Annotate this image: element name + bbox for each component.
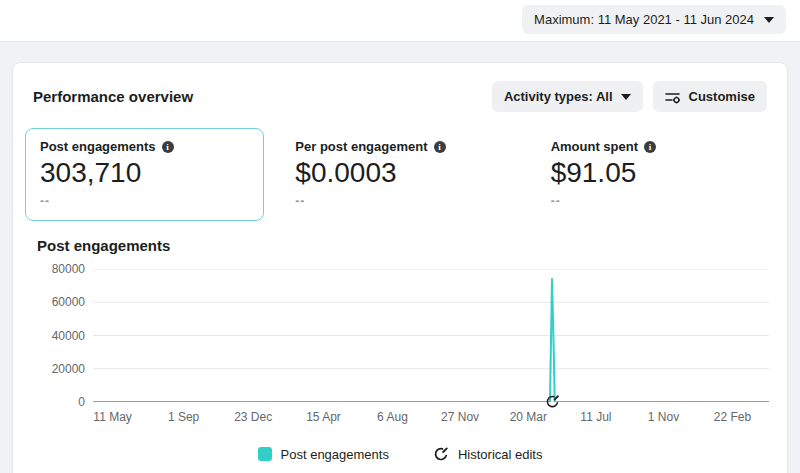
- engagement-chart: 020000400006000080000 11 May1 Sep23 Dec1…: [37, 264, 763, 434]
- date-range-label: Maximum: 11 May 2021 - 11 Jun 2024: [534, 12, 754, 27]
- top-bar: Maximum: 11 May 2021 - 11 Jun 2024: [0, 0, 800, 42]
- x-axis-tick-label: 11 Jul: [580, 410, 611, 424]
- historical-edit-marker-icon[interactable]: [545, 394, 560, 409]
- legend-label: Historical edits: [458, 447, 543, 462]
- activity-types-label: Activity types: All: [504, 89, 613, 104]
- historical-edits-icon: [433, 446, 449, 462]
- metric-value: $91.05: [551, 157, 760, 189]
- performance-overview-card: Performance overview Activity types: All: [12, 62, 788, 473]
- x-axis-tick-label: 11 May: [93, 410, 131, 424]
- customise-button[interactable]: Customise: [653, 81, 767, 112]
- post-engagements-swatch: [258, 447, 272, 461]
- chart-section-title: Post engagements: [13, 221, 787, 260]
- x-axis-tick-label: 15 Apr: [306, 410, 341, 424]
- y-axis-tick-label: 0: [37, 395, 85, 409]
- date-range-dropdown[interactable]: Maximum: 11 May 2021 - 11 Jun 2024: [522, 5, 786, 34]
- metric-sub-value: --: [295, 194, 504, 208]
- info-icon[interactable]: i: [162, 141, 174, 153]
- y-axis-tick-label: 60000: [37, 295, 85, 309]
- legend-item-post-engagements: Post engagements: [258, 447, 389, 462]
- card-header: Performance overview Activity types: All: [13, 63, 787, 124]
- x-axis-tick-label: 23 Dec: [234, 410, 272, 424]
- metric-per-post-engagement[interactable]: Per post engagement i $0.0003 --: [280, 128, 519, 221]
- chevron-down-icon: [764, 17, 774, 23]
- metric-post-engagements[interactable]: Post engagements i 303,710 --: [25, 128, 264, 221]
- info-icon[interactable]: i: [434, 141, 446, 153]
- header-actions: Activity types: All Customise: [492, 81, 767, 112]
- metric-value: $0.0003: [295, 157, 504, 189]
- activity-types-dropdown[interactable]: Activity types: All: [492, 81, 643, 112]
- metric-label: Per post engagement: [295, 139, 427, 154]
- legend-item-historical-edits: Historical edits: [433, 446, 543, 462]
- metric-label: Post engagements: [40, 139, 156, 154]
- metric-sub-value: --: [40, 194, 249, 208]
- x-axis-tick-label: 27 Nov: [441, 410, 479, 424]
- x-axis-tick-label: 1 Nov: [648, 410, 679, 424]
- y-axis-tick-label: 80000: [37, 262, 85, 276]
- customise-label: Customise: [689, 89, 755, 104]
- page-title: Performance overview: [33, 88, 193, 105]
- metric-sub-value: --: [551, 194, 760, 208]
- chevron-down-icon: [621, 94, 631, 100]
- customise-icon: [665, 90, 681, 104]
- x-axis-tick-label: 22 Feb: [714, 410, 751, 424]
- y-axis-tick-label: 20000: [37, 362, 85, 376]
- metric-value: 303,710: [40, 157, 249, 189]
- x-axis-tick-label: 6 Aug: [377, 410, 408, 424]
- metric-amount-spent[interactable]: Amount spent i $91.05 --: [536, 128, 775, 221]
- metric-label: Amount spent: [551, 139, 638, 154]
- engagement-chart-svg: [93, 269, 769, 402]
- y-axis-tick-label: 40000: [37, 329, 85, 343]
- legend-label: Post engagements: [281, 447, 389, 462]
- chart-legend: Post engagements Historical edits: [13, 446, 787, 462]
- x-axis-tick-label: 1 Sep: [168, 410, 199, 424]
- info-icon[interactable]: i: [644, 141, 656, 153]
- metrics-row: Post engagements i 303,710 -- Per post e…: [13, 124, 787, 221]
- x-axis-tick-label: 20 Mar: [510, 410, 547, 424]
